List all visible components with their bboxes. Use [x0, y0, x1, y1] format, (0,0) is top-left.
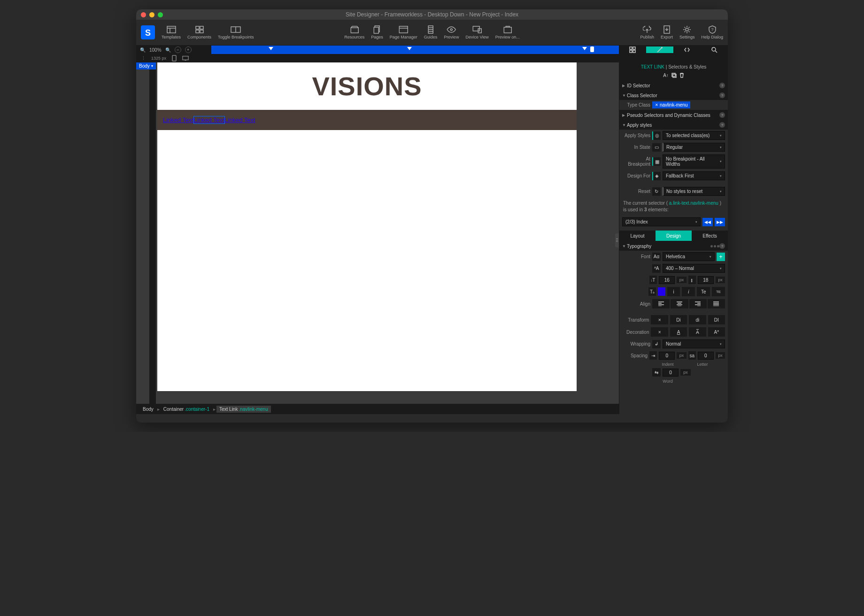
- breakpoint-marker[interactable]: [269, 47, 273, 50]
- canvas-resize-handle[interactable]: [615, 233, 619, 247]
- apply-styles-section[interactable]: ▼Apply styles?: [619, 120, 728, 130]
- lineheight-icon[interactable]: ⫿: [688, 276, 696, 284]
- transform-cap-button[interactable]: Di: [670, 315, 687, 324]
- reset-select[interactable]: No styles to reset: [663, 187, 725, 196]
- transform-none-button[interactable]: ×: [651, 315, 668, 324]
- text-color-swatch[interactable]: [658, 287, 665, 296]
- reset-icon[interactable]: ↻: [652, 187, 661, 196]
- close-window-icon[interactable]: [141, 12, 146, 17]
- class-chip[interactable]: ✕navlink-menu: [652, 101, 690, 108]
- breakpoint-marker[interactable]: [582, 47, 587, 50]
- help-icon[interactable]: ?: [719, 122, 725, 128]
- nav-link-selected[interactable]: Linked Text: [194, 116, 225, 123]
- word-spacing-icon[interactable]: ⇆: [652, 368, 661, 377]
- word-spacing-input[interactable]: [663, 369, 679, 377]
- size-icon[interactable]: ᵢT: [649, 276, 657, 284]
- font-size-input[interactable]: [659, 276, 675, 284]
- device-view-button[interactable]: Device View: [465, 25, 488, 39]
- zoom-minus-button[interactable]: −: [175, 46, 181, 53]
- smallcaps-button[interactable]: Te: [697, 287, 710, 296]
- page-manager-button[interactable]: Page Manager: [390, 25, 417, 39]
- guides-button[interactable]: Guides: [424, 25, 438, 39]
- apply-styles-select[interactable]: To selected class(es): [663, 131, 725, 140]
- align-justify-button[interactable]: [708, 299, 725, 308]
- panel-tab-grid[interactable]: [619, 46, 646, 53]
- effects-tab[interactable]: Effects: [692, 231, 728, 241]
- preview-on-button[interactable]: Preview on...: [495, 25, 520, 39]
- decoration-underline-button[interactable]: A: [670, 327, 687, 337]
- maximize-window-icon[interactable]: [158, 12, 163, 17]
- nav-link[interactable]: Linked Text: [163, 116, 194, 123]
- bp-icon[interactable]: ▦: [652, 157, 661, 166]
- wrap-icon[interactable]: ↲: [652, 340, 661, 348]
- weight-icon[interactable]: ᴬA: [652, 264, 661, 273]
- decoration-overline-button[interactable]: A̅: [689, 327, 706, 337]
- help-icon[interactable]: ?: [719, 92, 725, 98]
- page-heading[interactable]: VISIONS: [157, 62, 577, 110]
- font-weight-select[interactable]: 400 – Normal: [663, 264, 725, 273]
- panel-tab-styles[interactable]: [646, 46, 673, 53]
- design-tab[interactable]: Design: [656, 231, 692, 241]
- design-for-select[interactable]: Fallback First: [663, 171, 725, 180]
- element-nav-select[interactable]: (2/3) Index: [622, 217, 701, 226]
- prev-element-button[interactable]: ◀◀: [702, 218, 713, 226]
- size-unit[interactable]: px: [677, 277, 686, 283]
- line-height-input[interactable]: [698, 276, 714, 284]
- toggle-breakpoints-button[interactable]: Toggle Breakpoints: [218, 25, 254, 39]
- help-icon[interactable]: ?: [719, 112, 725, 118]
- design-canvas[interactable]: VISIONS Linked TextLinked TextLinked Tex…: [157, 62, 577, 391]
- indent-input[interactable]: [659, 352, 675, 360]
- help-icon[interactable]: ?: [719, 83, 725, 88]
- breadcrumb-item-active[interactable]: Text Link.navlink-menu: [216, 406, 271, 413]
- letter-spacing-input[interactable]: [698, 352, 714, 360]
- font-icon[interactable]: Aα: [652, 253, 661, 261]
- breadcrumb-item[interactable]: Container.container-1: [161, 406, 212, 413]
- body-element-tag[interactable]: Body: [136, 62, 156, 69]
- typography-section[interactable]: ▼Typography?: [619, 241, 728, 251]
- decoration-strike-button[interactable]: A*: [708, 327, 725, 337]
- preview-button[interactable]: Preview: [444, 25, 459, 39]
- transform-lower-button[interactable]: di: [689, 315, 706, 324]
- export-button[interactable]: Export: [661, 25, 673, 39]
- app-logo[interactable]: S: [141, 25, 155, 39]
- breakpoint-handle[interactable]: [590, 46, 594, 52]
- decoration-none-button[interactable]: ×: [651, 327, 668, 337]
- allcaps-button[interactable]: TE: [712, 287, 725, 296]
- layout-tab[interactable]: Layout: [619, 231, 656, 241]
- components-button[interactable]: Components: [187, 25, 211, 39]
- duplicate-icon[interactable]: [671, 73, 677, 79]
- breadcrumb-item[interactable]: Body: [140, 406, 156, 413]
- zoom-in-icon[interactable]: 🔍: [165, 47, 171, 53]
- italic-button[interactable]: i: [667, 287, 680, 296]
- zoom-out-icon[interactable]: 🔍: [140, 47, 146, 53]
- italic2-button[interactable]: i: [682, 287, 695, 296]
- panel-tab-code[interactable]: [673, 46, 701, 53]
- resources-button[interactable]: Resources: [344, 25, 364, 39]
- at-breakpoint-select[interactable]: No Breakpoint - All Widths: [663, 154, 725, 169]
- lh-unit[interactable]: px: [716, 277, 725, 283]
- panel-tab-search[interactable]: [701, 46, 728, 53]
- color-icon[interactable]: Tₐ: [648, 287, 656, 296]
- class-selector-section[interactable]: ▼Class Selector?: [619, 90, 728, 100]
- nav-container[interactable]: Linked TextLinked TextLinked Text: [157, 110, 577, 130]
- align-center-button[interactable]: [671, 299, 688, 308]
- letter-unit[interactable]: px: [716, 352, 725, 359]
- next-element-button[interactable]: ▶▶: [715, 218, 725, 226]
- align-right-button[interactable]: [689, 299, 707, 308]
- id-selector-section[interactable]: ▶ID Selector?: [619, 80, 728, 90]
- design-for-icon[interactable]: ◈: [652, 172, 661, 180]
- word-unit[interactable]: px: [680, 369, 691, 376]
- target-icon[interactable]: ◎: [652, 131, 661, 140]
- indent-unit[interactable]: px: [677, 352, 686, 359]
- minimize-window-icon[interactable]: [149, 12, 154, 17]
- font-select[interactable]: Helvetica: [663, 252, 715, 261]
- settings-button[interactable]: Settings: [679, 25, 695, 39]
- templates-button[interactable]: Templates: [162, 25, 181, 39]
- indent-icon[interactable]: ⇥: [649, 351, 657, 360]
- letter-spacing-icon[interactable]: s͏a: [688, 351, 696, 360]
- breakpoint-marker[interactable]: [407, 47, 412, 50]
- desktop-icon[interactable]: [182, 55, 189, 62]
- help-icon[interactable]: ?: [719, 243, 725, 249]
- add-font-button[interactable]: +: [717, 253, 725, 261]
- help-dialog-button[interactable]: ?Help Dialog: [701, 25, 723, 39]
